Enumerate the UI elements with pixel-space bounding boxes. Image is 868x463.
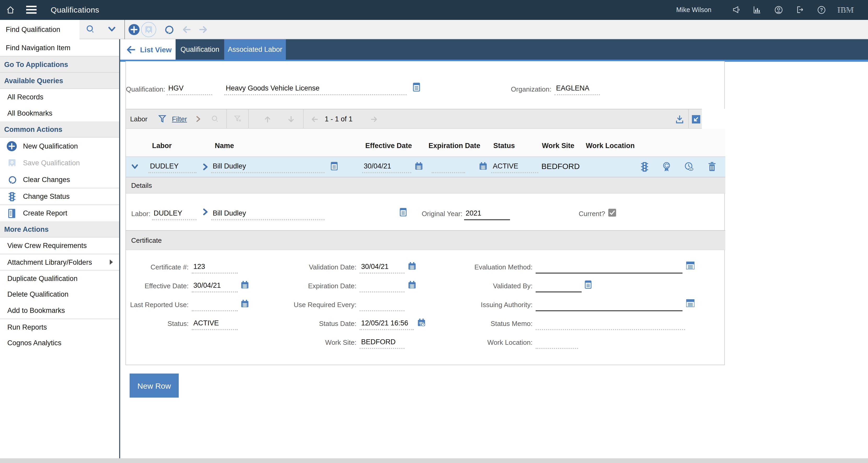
status-date-field[interactable]: 12/05/21 16:56	[360, 317, 414, 330]
sidebar-section-common-actions[interactable]: Common Actions	[0, 121, 119, 138]
last-reported-use-field[interactable]	[192, 298, 238, 311]
sidebar-item-duplicate-qualification[interactable]: Duplicate Qualification	[0, 270, 119, 286]
calendar-clock-icon[interactable]	[417, 318, 426, 327]
renew-certificate-icon[interactable]	[662, 162, 671, 172]
previous-row-icon[interactable]	[263, 115, 272, 124]
chevron-down-icon[interactable]	[107, 26, 116, 33]
calendar-icon[interactable]	[479, 162, 488, 171]
go-to-detail-icon[interactable]	[202, 163, 209, 171]
minimize-icon[interactable]	[692, 115, 700, 123]
previous-page-icon[interactable]	[310, 115, 319, 124]
tab-list-view[interactable]: List View	[120, 39, 176, 60]
row-expiration-date-field[interactable]	[432, 160, 465, 173]
sidebar-item-new-qualification[interactable]: New Qualification	[0, 138, 119, 154]
calendar-icon[interactable]	[240, 299, 249, 308]
detail-menu-icon[interactable]	[585, 281, 592, 289]
filter-icon[interactable]	[158, 115, 166, 123]
status-memo-field[interactable]	[536, 317, 685, 330]
details-labor-field[interactable]: DUDLEY	[152, 207, 196, 220]
work-site-field[interactable]: BEDFORD	[360, 336, 404, 349]
validation-date-field[interactable]: 30/04/21	[360, 261, 404, 273]
bar-chart-icon[interactable]	[752, 5, 762, 14]
logout-icon[interactable]	[795, 5, 804, 14]
download-icon[interactable]	[675, 115, 685, 124]
sidebar-item-save-qualification[interactable]: Save Qualification	[0, 154, 119, 171]
work-location-field[interactable]	[536, 336, 578, 349]
help-icon[interactable]: ?	[817, 5, 826, 15]
menu-icon[interactable]	[26, 6, 37, 14]
details-name-field[interactable]: Bill Dudley	[211, 207, 324, 220]
search-icon[interactable]	[85, 24, 96, 34]
next-page-icon[interactable]	[369, 115, 379, 124]
announcement-icon[interactable]	[732, 5, 741, 14]
row-status-field[interactable]: ACTIVE	[491, 160, 538, 173]
find-navigation-input[interactable]: Find Navigation Item	[0, 39, 119, 57]
qualification-field[interactable]: HGV	[167, 82, 212, 95]
sidebar-section-more-actions[interactable]: More Actions	[0, 221, 119, 237]
next-row-icon[interactable]	[286, 115, 296, 124]
sidebar-section-available-queries[interactable]: Available Queries	[0, 73, 119, 89]
column-header-status[interactable]: Status	[493, 142, 515, 150]
column-header-effective-date[interactable]: Effective Date	[365, 142, 412, 150]
column-header-work-location[interactable]: Work Location	[586, 142, 635, 150]
collapse-row-icon[interactable]	[131, 164, 138, 170]
current-checkbox[interactable]	[608, 209, 616, 216]
sidebar-item-create-report[interactable]: Create Report	[0, 205, 119, 221]
status-field[interactable]: ACTIVE	[192, 317, 238, 330]
calendar-icon[interactable]	[408, 262, 416, 270]
sidebar-item-view-crew-requirements[interactable]: View Crew Requirements	[0, 237, 119, 254]
view-history-icon[interactable]	[684, 162, 694, 172]
sidebar-item-run-reports[interactable]: Run Reports	[0, 319, 119, 335]
column-header-labor[interactable]: Labor	[152, 142, 172, 150]
issuing-authority-field[interactable]	[536, 298, 682, 311]
tab-qualification[interactable]: Qualification	[176, 39, 224, 60]
search-input[interactable]: Find Qualification	[0, 20, 80, 39]
column-header-name[interactable]: Name	[215, 142, 234, 150]
row-work-site-field[interactable]: BEDFORD	[541, 162, 580, 171]
save-record-icon[interactable]	[141, 22, 156, 37]
long-description-icon[interactable]	[413, 83, 420, 91]
previous-record-icon[interactable]	[181, 24, 192, 35]
details-section-header[interactable]: Details	[126, 177, 725, 194]
qualification-description-field[interactable]: Heavy Goods Vehicle License	[224, 82, 407, 95]
filter-link[interactable]: Filter	[172, 115, 187, 123]
column-header-work-site[interactable]: Work Site	[542, 142, 574, 150]
user-name[interactable]: Mike Wilson	[676, 6, 712, 13]
go-to-detail-icon[interactable]	[202, 208, 209, 215]
validated-by-field[interactable]	[536, 279, 582, 292]
sidebar-item-all-bookmarks[interactable]: All Bookmarks	[0, 105, 119, 121]
sidebar-item-clear-changes[interactable]: Clear Changes	[0, 171, 119, 188]
sidebar-item-add-to-bookmarks[interactable]: Add to Bookmarks	[0, 302, 119, 319]
search-rows-icon[interactable]	[211, 115, 219, 123]
effective-date-field[interactable]: 30/04/21	[192, 279, 238, 292]
row-effective-date-field[interactable]: 30/04/21	[362, 160, 411, 173]
new-row-button[interactable]: New Row	[130, 374, 179, 398]
certificate-number-field[interactable]: 123	[192, 261, 238, 273]
sidebar-item-change-status[interactable]: Change Status	[0, 188, 119, 205]
column-header-expiration-date[interactable]: Expiration Date	[429, 142, 480, 150]
new-record-icon[interactable]	[128, 24, 140, 35]
delete-row-icon[interactable]	[708, 162, 716, 172]
sidebar-section-go-to-applications[interactable]: Go To Applications	[0, 57, 119, 73]
clear-changes-icon[interactable]	[163, 24, 175, 35]
use-required-every-field[interactable]	[360, 298, 404, 311]
select-value-icon[interactable]	[686, 262, 694, 269]
sidebar-item-all-records[interactable]: All Records	[0, 89, 119, 105]
long-description-icon[interactable]	[331, 162, 338, 171]
home-icon[interactable]	[6, 5, 15, 15]
sidebar-item-cognos-analytics[interactable]: Cognos Analytics	[0, 335, 119, 351]
evaluation-method-field[interactable]	[536, 261, 682, 273]
calendar-icon[interactable]	[240, 281, 249, 289]
sidebar-item-delete-qualification[interactable]: Delete Qualification	[0, 286, 119, 302]
original-year-field[interactable]: 2021	[464, 207, 510, 220]
labor-table-row[interactable]: DUDLEY Bill Dudley 30/04/21 ACTIVE BEDFO…	[126, 157, 725, 177]
organization-field[interactable]: EAGLENA	[554, 82, 600, 95]
change-status-icon[interactable]	[640, 162, 649, 172]
clear-filter-icon[interactable]	[234, 115, 242, 123]
row-name-field[interactable]: Bill Dudley	[211, 160, 324, 173]
calendar-icon[interactable]	[414, 162, 423, 171]
row-labor-field[interactable]: DUDLEY	[148, 160, 196, 173]
certificate-section-header[interactable]: Certificate	[126, 230, 725, 250]
tab-associated-labor[interactable]: Associated Labor	[224, 39, 286, 60]
user-icon[interactable]	[774, 5, 783, 15]
